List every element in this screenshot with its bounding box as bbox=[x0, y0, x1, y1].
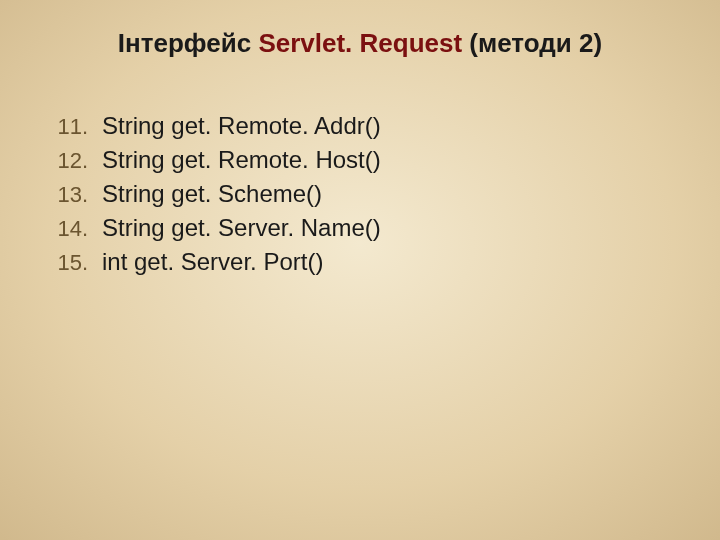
list-item: 15. int get. Server. Port() bbox=[48, 248, 381, 276]
list-text: String get. Remote. Addr() bbox=[102, 112, 381, 140]
method-list: 11. String get. Remote. Addr() 12. Strin… bbox=[48, 112, 381, 282]
list-number: 14. bbox=[48, 216, 102, 242]
list-item: 11. String get. Remote. Addr() bbox=[48, 112, 381, 140]
list-text: String get. Remote. Host() bbox=[102, 146, 381, 174]
list-text: String get. Scheme() bbox=[102, 180, 322, 208]
list-text: int get. Server. Port() bbox=[102, 248, 323, 276]
title-prefix: Інтерфейс bbox=[118, 28, 259, 58]
slide-title: Інтерфейс Servlet. Request (методи 2) bbox=[0, 28, 720, 59]
list-item: 14. String get. Server. Name() bbox=[48, 214, 381, 242]
list-number: 12. bbox=[48, 148, 102, 174]
list-number: 13. bbox=[48, 182, 102, 208]
list-number: 15. bbox=[48, 250, 102, 276]
title-suffix: (методи 2) bbox=[462, 28, 602, 58]
list-item: 12. String get. Remote. Host() bbox=[48, 146, 381, 174]
list-number: 11. bbox=[48, 114, 102, 140]
title-classname: Servlet. Request bbox=[258, 28, 462, 58]
list-text: String get. Server. Name() bbox=[102, 214, 381, 242]
list-item: 13. String get. Scheme() bbox=[48, 180, 381, 208]
slide: Інтерфейс Servlet. Request (методи 2) 11… bbox=[0, 0, 720, 540]
